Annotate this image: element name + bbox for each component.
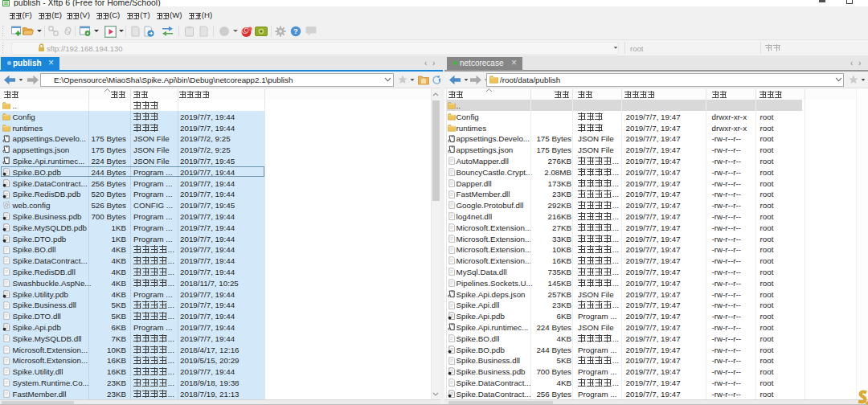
svg-text:?: ?	[293, 27, 298, 35]
